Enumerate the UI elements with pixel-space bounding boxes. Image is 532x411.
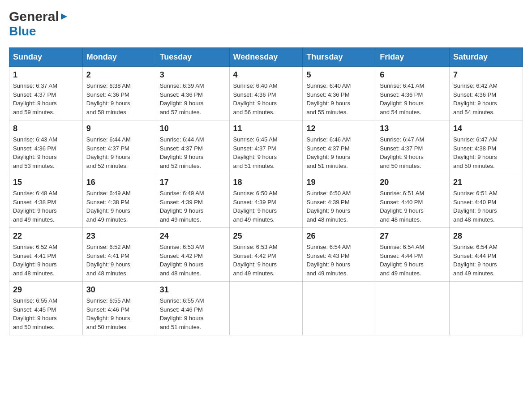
- day-number: 7: [453, 70, 519, 80]
- day-number: 4: [233, 70, 299, 80]
- day-cell-27: 27 Sunrise: 6:54 AM Sunset: 4:44 PM Dayl…: [376, 228, 450, 282]
- week-row-1: 1 Sunrise: 6:37 AM Sunset: 4:37 PM Dayli…: [9, 67, 523, 120]
- day-info: Sunrise: 6:55 AM Sunset: 4:46 PM Dayligh…: [160, 296, 226, 331]
- day-info: Sunrise: 6:39 AM Sunset: 4:36 PM Dayligh…: [160, 81, 226, 116]
- day-header-tuesday: Tuesday: [156, 48, 229, 67]
- day-number: 8: [13, 124, 79, 133]
- day-number: 29: [13, 285, 79, 295]
- day-header-wednesday: Wednesday: [229, 48, 303, 67]
- day-cell-5: 5 Sunrise: 6:40 AM Sunset: 4:36 PM Dayli…: [303, 67, 376, 120]
- day-cell-23: 23 Sunrise: 6:52 AM Sunset: 4:41 PM Dayl…: [82, 228, 156, 282]
- day-info: Sunrise: 6:49 AM Sunset: 4:39 PM Dayligh…: [160, 189, 226, 224]
- day-number: 20: [380, 178, 446, 187]
- logo-general-text: General: [9, 9, 59, 24]
- day-cell-3: 3 Sunrise: 6:39 AM Sunset: 4:36 PM Dayli…: [156, 67, 229, 120]
- day-cell-19: 19 Sunrise: 6:50 AM Sunset: 4:39 PM Dayl…: [303, 174, 376, 228]
- day-cell-31: 31 Sunrise: 6:55 AM Sunset: 4:46 PM Dayl…: [156, 282, 229, 335]
- day-header-sunday: Sunday: [9, 48, 83, 67]
- day-info: Sunrise: 6:50 AM Sunset: 4:39 PM Dayligh…: [233, 189, 299, 224]
- day-cell-11: 11 Sunrise: 6:45 AM Sunset: 4:37 PM Dayl…: [229, 120, 303, 174]
- day-info: Sunrise: 6:44 AM Sunset: 4:37 PM Dayligh…: [160, 135, 226, 170]
- day-cell-10: 10 Sunrise: 6:44 AM Sunset: 4:37 PM Dayl…: [156, 120, 229, 174]
- day-number: 31: [160, 285, 226, 295]
- day-info: Sunrise: 6:48 AM Sunset: 4:38 PM Dayligh…: [13, 189, 79, 224]
- day-number: 11: [233, 124, 299, 133]
- day-info: Sunrise: 6:52 AM Sunset: 4:41 PM Dayligh…: [86, 243, 152, 278]
- day-number: 1: [13, 70, 79, 80]
- day-number: 13: [380, 124, 446, 133]
- day-cell-26: 26 Sunrise: 6:54 AM Sunset: 4:43 PM Dayl…: [303, 228, 376, 282]
- day-number: 26: [306, 231, 372, 241]
- day-number: 25: [233, 231, 299, 241]
- day-info: Sunrise: 6:51 AM Sunset: 4:40 PM Dayligh…: [380, 189, 446, 224]
- day-info: Sunrise: 6:55 AM Sunset: 4:45 PM Dayligh…: [13, 296, 79, 331]
- day-number: 16: [86, 178, 152, 187]
- day-info: Sunrise: 6:43 AM Sunset: 4:36 PM Dayligh…: [13, 135, 79, 170]
- empty-cell: [376, 282, 450, 335]
- day-cell-2: 2 Sunrise: 6:38 AM Sunset: 4:36 PM Dayli…: [82, 67, 156, 120]
- week-row-4: 22 Sunrise: 6:52 AM Sunset: 4:41 PM Dayl…: [9, 228, 523, 282]
- week-row-5: 29 Sunrise: 6:55 AM Sunset: 4:45 PM Dayl…: [9, 282, 523, 335]
- logo: General Blue: [9, 9, 69, 39]
- day-cell-13: 13 Sunrise: 6:47 AM Sunset: 4:37 PM Dayl…: [376, 120, 450, 174]
- day-number: 24: [160, 231, 226, 241]
- empty-cell: [450, 282, 523, 335]
- day-info: Sunrise: 6:42 AM Sunset: 4:36 PM Dayligh…: [453, 81, 519, 116]
- day-cell-25: 25 Sunrise: 6:53 AM Sunset: 4:42 PM Dayl…: [229, 228, 303, 282]
- day-info: Sunrise: 6:37 AM Sunset: 4:37 PM Dayligh…: [13, 81, 79, 116]
- day-header-friday: Friday: [376, 48, 450, 67]
- day-number: 5: [306, 70, 372, 80]
- day-cell-29: 29 Sunrise: 6:55 AM Sunset: 4:45 PM Dayl…: [9, 282, 83, 335]
- day-number: 10: [160, 124, 226, 133]
- day-info: Sunrise: 6:45 AM Sunset: 4:37 PM Dayligh…: [233, 135, 299, 170]
- day-number: 21: [453, 178, 519, 187]
- week-row-2: 8 Sunrise: 6:43 AM Sunset: 4:36 PM Dayli…: [9, 120, 523, 174]
- day-cell-8: 8 Sunrise: 6:43 AM Sunset: 4:36 PM Dayli…: [9, 120, 83, 174]
- day-header-thursday: Thursday: [303, 48, 376, 67]
- day-cell-16: 16 Sunrise: 6:49 AM Sunset: 4:38 PM Dayl…: [82, 174, 156, 228]
- day-number: 30: [86, 285, 152, 295]
- day-cell-6: 6 Sunrise: 6:41 AM Sunset: 4:36 PM Dayli…: [376, 67, 450, 120]
- day-cell-17: 17 Sunrise: 6:49 AM Sunset: 4:39 PM Dayl…: [156, 174, 229, 228]
- day-header-monday: Monday: [82, 48, 156, 67]
- day-info: Sunrise: 6:47 AM Sunset: 4:38 PM Dayligh…: [453, 135, 519, 170]
- empty-cell: [229, 282, 303, 335]
- day-info: Sunrise: 6:47 AM Sunset: 4:37 PM Dayligh…: [380, 135, 446, 170]
- day-number: 6: [380, 70, 446, 80]
- day-cell-28: 28 Sunrise: 6:54 AM Sunset: 4:44 PM Dayl…: [450, 228, 523, 282]
- day-info: Sunrise: 6:52 AM Sunset: 4:41 PM Dayligh…: [13, 243, 79, 278]
- day-number: 9: [86, 124, 152, 133]
- day-info: Sunrise: 6:51 AM Sunset: 4:40 PM Dayligh…: [453, 189, 519, 224]
- day-cell-12: 12 Sunrise: 6:46 AM Sunset: 4:37 PM Dayl…: [303, 120, 376, 174]
- day-number: 12: [306, 124, 372, 133]
- day-info: Sunrise: 6:46 AM Sunset: 4:37 PM Dayligh…: [306, 135, 372, 170]
- day-number: 14: [453, 124, 519, 133]
- day-cell-21: 21 Sunrise: 6:51 AM Sunset: 4:40 PM Dayl…: [450, 174, 523, 228]
- day-info: Sunrise: 6:41 AM Sunset: 4:36 PM Dayligh…: [380, 81, 446, 116]
- day-cell-9: 9 Sunrise: 6:44 AM Sunset: 4:37 PM Dayli…: [82, 120, 156, 174]
- empty-cell: [303, 282, 376, 335]
- day-number: 2: [86, 70, 152, 80]
- day-info: Sunrise: 6:55 AM Sunset: 4:46 PM Dayligh…: [86, 296, 152, 331]
- day-cell-1: 1 Sunrise: 6:37 AM Sunset: 4:37 PM Dayli…: [9, 67, 83, 120]
- day-cell-24: 24 Sunrise: 6:53 AM Sunset: 4:42 PM Dayl…: [156, 228, 229, 282]
- day-info: Sunrise: 6:54 AM Sunset: 4:43 PM Dayligh…: [306, 243, 372, 278]
- day-number: 3: [160, 70, 226, 80]
- day-info: Sunrise: 6:53 AM Sunset: 4:42 PM Dayligh…: [233, 243, 299, 278]
- day-cell-30: 30 Sunrise: 6:55 AM Sunset: 4:46 PM Dayl…: [82, 282, 156, 335]
- day-cell-4: 4 Sunrise: 6:40 AM Sunset: 4:36 PM Dayli…: [229, 67, 303, 120]
- logo-arrow-icon: [59, 12, 69, 23]
- day-info: Sunrise: 6:54 AM Sunset: 4:44 PM Dayligh…: [453, 243, 519, 278]
- day-number: 18: [233, 178, 299, 187]
- day-cell-22: 22 Sunrise: 6:52 AM Sunset: 4:41 PM Dayl…: [9, 228, 83, 282]
- day-number: 27: [380, 231, 446, 241]
- calendar-header-row: SundayMondayTuesdayWednesdayThursdayFrid…: [9, 48, 523, 67]
- day-number: 15: [13, 178, 79, 187]
- day-cell-7: 7 Sunrise: 6:42 AM Sunset: 4:36 PM Dayli…: [450, 67, 523, 120]
- day-number: 28: [453, 231, 519, 241]
- logo-blue-text: Blue: [9, 24, 36, 39]
- day-number: 22: [13, 231, 79, 241]
- day-info: Sunrise: 6:38 AM Sunset: 4:36 PM Dayligh…: [86, 81, 152, 116]
- day-number: 23: [86, 231, 152, 241]
- day-info: Sunrise: 6:40 AM Sunset: 4:36 PM Dayligh…: [233, 81, 299, 116]
